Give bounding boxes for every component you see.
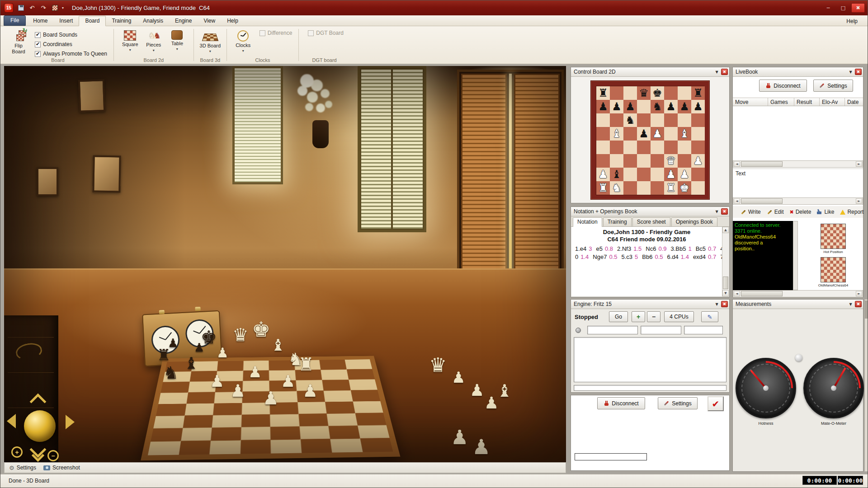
- board-square[interactable]: ♟: [691, 154, 705, 168]
- tab-training[interactable]: Training: [603, 217, 632, 226]
- scroll-thumb[interactable]: [723, 277, 728, 289]
- board-square[interactable]: [610, 154, 623, 168]
- chess-piece-2d[interactable]: ♝: [679, 128, 689, 139]
- close-button[interactable]: ✖: [851, 3, 865, 13]
- board-square[interactable]: [623, 86, 637, 100]
- right-edge-scrollbar[interactable]: [864, 299, 868, 472]
- notation-move[interactable]: 3.Bb5: [670, 245, 686, 252]
- board-square[interactable]: ♞: [623, 113, 637, 127]
- menu-tab-file[interactable]: File: [4, 15, 26, 26]
- board-sounds-checkbox[interactable]: Board Sounds: [35, 32, 107, 38]
- undo-icon[interactable]: ↶: [28, 4, 36, 12]
- maximize-button[interactable]: □: [836, 3, 850, 13]
- add-line-button[interactable]: +: [632, 311, 645, 322]
- board-square[interactable]: ♟: [637, 127, 651, 141]
- help-link[interactable]: Help: [837, 17, 867, 26]
- menu-tab-analysis[interactable]: Analysis: [137, 16, 169, 26]
- scroll-thumb[interactable]: [865, 300, 868, 319]
- save-icon[interactable]: [17, 4, 25, 12]
- board-square[interactable]: [651, 113, 664, 127]
- board-square[interactable]: ♟: [610, 100, 623, 113]
- disconnect-button[interactable]: Disconnect: [597, 397, 645, 409]
- scroll-right-icon[interactable]: ►: [856, 291, 862, 296]
- menu-tab-engine[interactable]: Engine: [169, 16, 198, 26]
- notation-move[interactable]: 1.e4: [575, 245, 586, 252]
- notation-scrollbar[interactable]: ▲ ▼: [722, 227, 729, 296]
- chess-piece-2d[interactable]: ♜: [666, 183, 676, 193]
- notation-move[interactable]: Nge7: [593, 253, 607, 260]
- tab-notation[interactable]: Notation: [573, 217, 602, 227]
- like-button[interactable]: Like: [815, 207, 836, 216]
- board-square[interactable]: ♟: [664, 168, 678, 181]
- chat-input[interactable]: [575, 453, 647, 460]
- engine-field-1[interactable]: [587, 326, 638, 334]
- settings-button[interactable]: ⚙ Settings: [9, 465, 36, 471]
- panel-menu-icon[interactable]: ▼: [713, 69, 720, 75]
- livebook-text-area[interactable]: Text: [733, 169, 863, 197]
- chess-piece-2d[interactable]: ♞: [612, 183, 622, 193]
- tab-score-sheet[interactable]: Score sheet: [632, 217, 670, 226]
- board-square[interactable]: [623, 141, 637, 154]
- engine-field-2[interactable]: [641, 326, 681, 334]
- scroll-right-icon[interactable]: ►: [856, 161, 862, 167]
- column-eloav[interactable]: Elo-Av: [820, 98, 845, 106]
- screenshot-button[interactable]: Screenshot: [43, 465, 80, 471]
- menu-tab-insert[interactable]: Insert: [53, 16, 79, 26]
- board-square[interactable]: [678, 141, 691, 154]
- board-square[interactable]: [596, 127, 610, 141]
- chat-hscrollbar[interactable]: ◄ ►: [733, 290, 863, 297]
- board-square[interactable]: ♞: [651, 100, 664, 113]
- board-square[interactable]: [651, 181, 664, 195]
- scroll-left-icon[interactable]: ◄: [734, 291, 740, 296]
- chess-piece-2d[interactable]: ♝: [612, 169, 622, 180]
- board-square[interactable]: [664, 141, 678, 154]
- board-shortcut-icon[interactable]: [51, 4, 59, 12]
- engine-edit-button[interactable]: ✎: [701, 311, 718, 322]
- table-dropdown-button[interactable]: Table ▾: [165, 28, 189, 52]
- board-square[interactable]: ♚: [651, 86, 664, 100]
- notation-move[interactable]: Bb6: [642, 253, 652, 260]
- chess-piece-2d[interactable]: ♟: [625, 101, 635, 112]
- chess-piece-2d[interactable]: ♟: [639, 128, 649, 139]
- app-logo-icon[interactable]: 15: [4, 3, 14, 13]
- nav-right-button[interactable]: [66, 415, 75, 429]
- notation-move[interactable]: Bc5: [696, 245, 706, 252]
- chat-scrollbar[interactable]: [793, 221, 798, 290]
- board-square[interactable]: ♟: [651, 127, 664, 141]
- board-square[interactable]: [596, 154, 610, 168]
- livebook-hscrollbar2[interactable]: ◄ ►: [733, 197, 863, 205]
- board-square[interactable]: [596, 141, 610, 154]
- board-square[interactable]: ♛: [664, 154, 678, 168]
- chess-piece-2d[interactable]: ♟: [598, 169, 608, 180]
- panel-close-icon[interactable]: ✖: [855, 301, 862, 307]
- board-square[interactable]: [610, 141, 623, 154]
- report-button[interactable]: Report: [838, 207, 866, 216]
- board-square[interactable]: ♝: [610, 168, 623, 181]
- edit-button[interactable]: Edit: [764, 207, 786, 216]
- chess-piece-2d[interactable]: ♜: [598, 88, 608, 99]
- chess-piece-2d[interactable]: ♟: [693, 155, 703, 166]
- board-square[interactable]: [691, 181, 705, 195]
- remove-line-button[interactable]: −: [647, 311, 660, 322]
- notation-move[interactable]: Nc6: [646, 245, 656, 252]
- position-thumbnail[interactable]: [821, 257, 846, 282]
- panel-menu-icon[interactable]: ▼: [713, 208, 720, 215]
- chess-piece-2d[interactable]: ♛: [666, 155, 676, 166]
- board-square[interactable]: [610, 86, 623, 100]
- menu-tab-home[interactable]: Home: [27, 16, 53, 26]
- notation-move[interactable]: 5.c3: [621, 253, 632, 260]
- chess-piece-2d[interactable]: ♞: [652, 101, 662, 112]
- chess-piece-2d[interactable]: ♜: [598, 183, 608, 193]
- board-square[interactable]: ♟: [678, 100, 691, 113]
- chess-piece-2d[interactable]: ♟: [693, 101, 703, 112]
- notation-move[interactable]: exd4: [693, 253, 706, 260]
- panel-close-icon[interactable]: ✖: [721, 69, 728, 75]
- board-square[interactable]: [651, 141, 664, 154]
- board-square[interactable]: [678, 113, 691, 127]
- chess-piece-2d[interactable]: ♟: [666, 169, 676, 180]
- board-square[interactable]: [691, 113, 705, 127]
- chess-piece-2d[interactable]: ♟: [652, 128, 662, 139]
- board-square[interactable]: ♛: [637, 86, 651, 100]
- nav-left-button[interactable]: [7, 414, 16, 428]
- menu-tab-view[interactable]: View: [198, 16, 221, 26]
